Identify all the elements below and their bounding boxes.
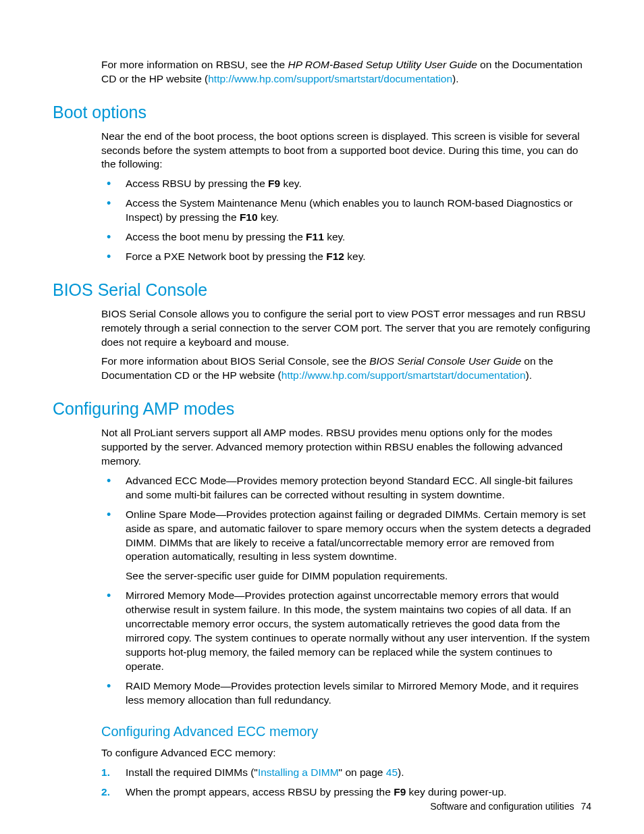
page-ref-link[interactable]: 45 <box>386 766 398 778</box>
step-item: Install the required DIMMs ("Installing … <box>101 766 591 780</box>
text: Access RBSU by pressing the <box>126 178 268 189</box>
text: ). <box>526 369 532 381</box>
text: ). <box>452 73 458 84</box>
text: Install the required DIMMs (" <box>126 766 258 778</box>
list-item: RAID Memory Mode—Provides protection lev… <box>101 679 591 708</box>
key-f9: F9 <box>394 786 406 798</box>
list-item: Access the boot menu by pressing the F11… <box>101 230 591 244</box>
bios-paragraph-2: For more information about BIOS Serial C… <box>101 355 591 383</box>
text: key during power-up. <box>406 786 506 798</box>
text: key. <box>280 178 302 189</box>
bios-paragraph-1: BIOS Serial Console allows you to config… <box>101 307 591 350</box>
boot-options-list: Access RBSU by pressing the F9 key. Acce… <box>101 177 591 264</box>
heading-boot-options: Boot options <box>53 101 591 124</box>
key-f12: F12 <box>326 251 344 262</box>
text: key. <box>258 211 279 223</box>
text: Access the System Maintenance Menu (whic… <box>126 197 573 223</box>
footer-page-number: 74 <box>581 801 591 812</box>
amp-intro: Not all ProLiant servers support all AMP… <box>101 426 591 469</box>
list-item-sub: See the server-specific user guide for D… <box>126 569 591 583</box>
heading-bios-serial-console: BIOS Serial Console <box>53 279 591 302</box>
list-item: Mirrored Memory Mode—Provides protection… <box>101 589 591 674</box>
list-item: Advanced ECC Mode—Provides memory protec… <box>101 474 591 502</box>
text: Force a PXE Network boot by pressing the <box>126 251 326 262</box>
text: key. <box>344 251 366 262</box>
key-f9: F9 <box>268 178 280 189</box>
text: key. <box>324 231 346 242</box>
page-footer: Software and configuration utilities74 <box>430 800 591 813</box>
ecc-intro: To configure Advanced ECC memory: <box>101 746 591 760</box>
text: Access the boot menu by pressing the <box>126 231 306 242</box>
text: ). <box>398 766 404 778</box>
heading-configuring-advanced-ecc: Configuring Advanced ECC memory <box>101 723 591 741</box>
text: When the prompt appears, access RBSU by … <box>126 786 394 798</box>
footer-section: Software and configuration utilities <box>430 801 574 812</box>
hp-website-link[interactable]: http://www.hp.com/support/smartstart/doc… <box>208 73 452 84</box>
intro-paragraph: For more information on RBSU, see the HP… <box>101 58 591 86</box>
hp-website-link[interactable]: http://www.hp.com/support/smartstart/doc… <box>281 369 526 381</box>
step-item: When the prompt appears, access RBSU by … <box>101 785 591 800</box>
key-f11: F11 <box>306 231 324 242</box>
list-item: Access the System Maintenance Menu (whic… <box>101 197 591 225</box>
doc-title: BIOS Serial Console User Guide <box>369 355 521 367</box>
text: " on page <box>339 766 386 778</box>
ecc-steps: Install the required DIMMs ("Installing … <box>101 766 591 800</box>
amp-modes-list: Advanced ECC Mode—Provides memory protec… <box>101 474 591 708</box>
list-item: Force a PXE Network boot by pressing the… <box>101 250 591 264</box>
key-f10: F10 <box>240 211 258 223</box>
heading-configuring-amp-modes: Configuring AMP modes <box>53 398 591 421</box>
text: Online Spare Mode—Provides protection ag… <box>126 509 591 563</box>
text: For more information about BIOS Serial C… <box>101 355 369 367</box>
list-item: Online Spare Mode—Provides protection ag… <box>101 508 591 584</box>
list-item: Access RBSU by pressing the F9 key. <box>101 177 591 191</box>
boot-options-intro: Near the end of the boot process, the bo… <box>101 130 591 172</box>
doc-title: HP ROM-Based Setup Utility User Guide <box>288 59 477 70</box>
installing-dimm-link[interactable]: Installing a DIMM <box>258 766 339 778</box>
text: For more information on RBSU, see the <box>101 59 288 70</box>
